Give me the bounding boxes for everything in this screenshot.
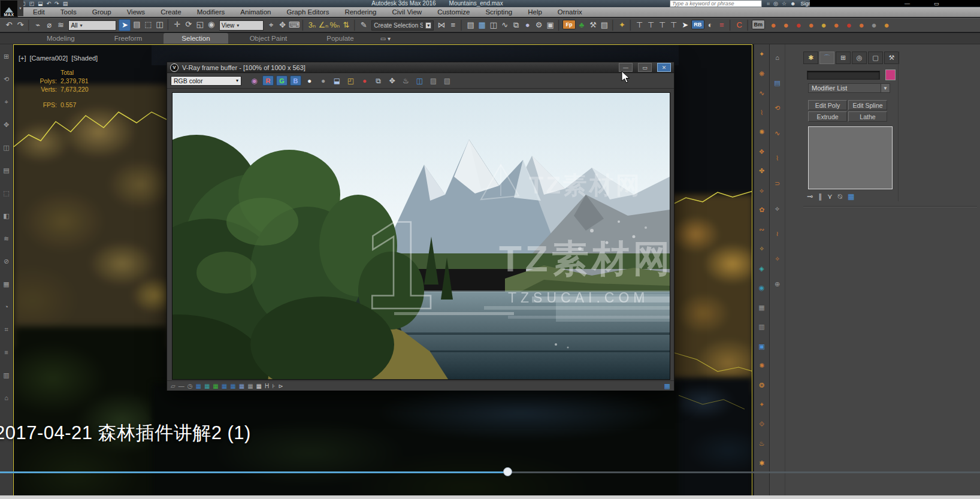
toolbar-separator[interactable]: │: [301, 20, 306, 31]
toolbar-separator[interactable]: │: [610, 20, 616, 31]
tab-freeform[interactable]: Freeform: [96, 33, 161, 44]
monochrome-icon[interactable]: ●: [317, 75, 329, 86]
toolbar-separator[interactable]: │: [745, 20, 751, 31]
reference-coordinate-dropdown[interactable]: View ▾: [219, 20, 264, 31]
toolbar-separator[interactable]: │: [26, 20, 32, 31]
white-arrow-icon[interactable]: ➤: [680, 20, 691, 31]
panel-dock-icon-9[interactable]: ✧: [775, 255, 780, 262]
duplicate-to-host-icon[interactable]: ⧉: [373, 75, 384, 86]
ribbon-toggle-icon[interactable]: ▦: [477, 20, 488, 31]
modifier-list-dropdown[interactable]: Modifier List ▼: [808, 83, 890, 93]
fp-plugin-icon[interactable]: Fp: [562, 20, 576, 29]
vfb-bottom-icon-7[interactable]: ▦: [222, 383, 227, 389]
select-and-scale-icon[interactable]: ◱: [195, 19, 205, 30]
tab-display[interactable]: ▢: [868, 52, 883, 64]
script-tool-icon-8[interactable]: ⟡: [760, 187, 764, 194]
vfb-misc-icon-1[interactable]: ▨: [428, 75, 439, 86]
search-history-icon[interactable]: ⌗: [767, 1, 770, 7]
vfb-bottom-icon-13[interactable]: ⊦: [272, 383, 275, 389]
menu-rendering[interactable]: Rendering: [337, 8, 384, 16]
percent-snap-icon[interactable]: %ₙ: [329, 20, 340, 31]
tab-selection[interactable]: Selection: [164, 33, 228, 44]
vfb-bottom-icon-1[interactable]: ▱: [171, 383, 176, 389]
viewport-menu-general[interactable]: [+]: [19, 55, 26, 62]
docked-tool-icon-3[interactable]: ⌖: [4, 98, 8, 105]
ribbon-config-icon[interactable]: ▭ ▾: [376, 34, 395, 44]
script-tool-icon-12[interactable]: ◈: [759, 265, 764, 272]
docked-tool-icon-16[interactable]: ⌂: [4, 394, 8, 401]
toolbar-separator[interactable]: │: [459, 20, 464, 31]
minimize-button[interactable]: —: [905, 1, 910, 7]
unlink-selection-icon[interactable]: ⌀: [44, 20, 55, 31]
extrude-button[interactable]: Extrude: [808, 111, 847, 122]
panel-dock-icon-7[interactable]: ⟡: [775, 205, 779, 212]
rect-selection-region-icon[interactable]: ⬚: [143, 19, 153, 30]
render-last-icon[interactable]: ♨: [400, 75, 412, 86]
script-tool-icon-7[interactable]: ✤: [759, 167, 764, 174]
maximize-button[interactable]: ▭: [934, 1, 939, 7]
make-unique-icon[interactable]: ⋎: [827, 192, 833, 201]
modifier-stack-list[interactable]: [808, 126, 893, 189]
menu-create[interactable]: Create: [153, 8, 189, 16]
script-tool-icon-16[interactable]: ▣: [758, 343, 764, 350]
docked-tool-icon-1[interactable]: ⊞: [4, 53, 9, 60]
script-tool-icon-11[interactable]: ✧: [759, 245, 764, 252]
plugin-circle-9[interactable]: ●: [869, 20, 879, 31]
panel-dock-icon-2[interactable]: ▤: [774, 79, 780, 86]
save-file-icon[interactable]: ⬓: [38, 1, 43, 7]
script-tool-icon-13[interactable]: ◉: [759, 284, 765, 291]
user-icon[interactable]: ☻: [790, 1, 796, 7]
select-and-manipulate-icon[interactable]: ✥: [277, 20, 288, 31]
plugin-circle-2[interactable]: ●: [781, 20, 791, 31]
vfb-channel-dropdown[interactable]: RGB color ▾: [171, 76, 241, 86]
photometric-icon[interactable]: ◐: [705, 20, 716, 31]
compass-icon[interactable]: ✦: [616, 20, 627, 31]
spinner-snap-icon[interactable]: ⇅: [341, 20, 352, 31]
light-tool-icon-1[interactable]: ⊤: [634, 20, 645, 31]
bind-to-spacewarp-icon[interactable]: ≋: [55, 20, 66, 31]
docked-tool-icon-5[interactable]: ◫: [3, 144, 9, 151]
panel-dock-icon-8[interactable]: ≀: [776, 230, 778, 237]
c-plugin-icon[interactable]: C: [734, 20, 745, 31]
select-and-rotate-icon[interactable]: ⟳: [183, 19, 194, 30]
green-channel-button[interactable]: G: [276, 75, 288, 86]
panel-dock-icon-4[interactable]: ∿: [775, 129, 780, 137]
docked-tool-icon-11[interactable]: ▦: [3, 280, 9, 288]
hammer-tool-icon[interactable]: ⚒: [588, 20, 598, 31]
remove-modifier-icon[interactable]: ⍉: [838, 192, 842, 201]
vfb-bottom-icon-3[interactable]: ◷: [187, 383, 193, 389]
select-object-icon[interactable]: ➤: [119, 19, 131, 31]
script-tool-icon-15[interactable]: ▥: [758, 323, 764, 330]
blue-channel-button[interactable]: B: [290, 75, 301, 86]
vfb-bottom-icon-9[interactable]: ▦: [239, 383, 244, 389]
object-name-field[interactable]: [807, 71, 880, 80]
vfb-bottom-icon-11[interactable]: ▦: [256, 383, 262, 389]
menu-tools[interactable]: Tools: [53, 8, 84, 16]
show-end-result-icon[interactable]: ∥: [818, 192, 822, 201]
vfb-grid-icon[interactable]: ▦: [664, 382, 670, 390]
region-render-icon[interactable]: ✥: [386, 75, 398, 86]
light-tool-icon-4[interactable]: ⊤: [669, 20, 679, 31]
vfb-bottom-icon-2[interactable]: —: [179, 383, 184, 389]
plugin-circle-8[interactable]: ●: [856, 20, 867, 31]
panel-dock-icon-10[interactable]: ⊕: [775, 280, 780, 288]
script-tool-icon-5[interactable]: ✺: [759, 128, 764, 135]
tab-motion[interactable]: ◎: [852, 52, 867, 64]
menu-customize[interactable]: Customize: [429, 8, 477, 16]
undo-icon[interactable]: ↶: [4, 20, 14, 31]
docked-tool-icon-7[interactable]: ⬚: [3, 189, 9, 196]
edit-spline-button[interactable]: Edit Spline: [848, 100, 887, 110]
layer-manager-icon[interactable]: ▤: [465, 20, 476, 31]
viewport-menu-shading[interactable]: [Shaded]: [71, 55, 98, 62]
redo-small-icon[interactable]: ↷: [55, 1, 59, 7]
tab-modeling[interactable]: Modeling: [29, 33, 93, 44]
plugin-circle-6[interactable]: ●: [831, 20, 842, 31]
select-and-link-icon[interactable]: ⌁: [32, 20, 43, 31]
plugin-circle-5[interactable]: ●: [818, 20, 829, 31]
vfb-bottom-icon-6[interactable]: ▦: [213, 383, 218, 389]
vfb-bottom-icon-10[interactable]: ▦: [247, 383, 253, 389]
vfb-bottom-icon-14[interactable]: ⊳: [279, 383, 283, 389]
material-editor-icon[interactable]: ●: [522, 20, 533, 31]
docked-tool-icon-6[interactable]: ▤: [3, 167, 9, 174]
scene-explorer-icon[interactable]: ◫: [488, 20, 499, 31]
